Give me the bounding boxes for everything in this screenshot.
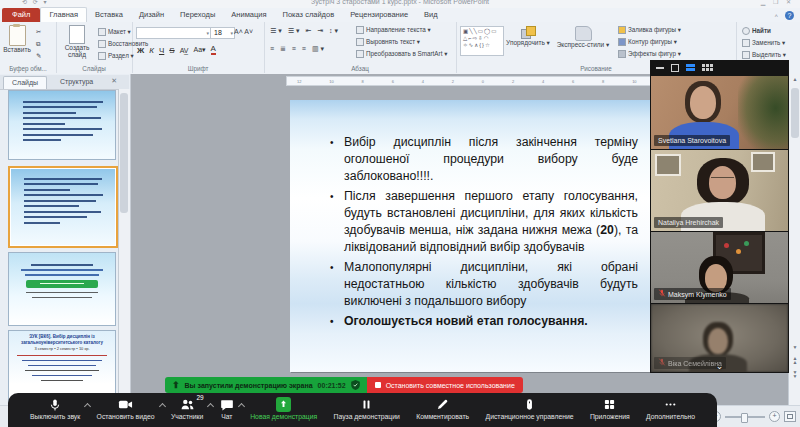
remote-icon — [523, 397, 536, 412]
ribbon-tab-4[interactable]: Дизайн — [131, 8, 172, 22]
toolbar-camera-button[interactable]: Остановить видео — [91, 397, 161, 420]
slide-thumbnail-2-selected[interactable] — [8, 166, 118, 248]
cut-button[interactable]: ✂ — [36, 28, 41, 35]
shapes-gallery[interactable]: ▣╲╲▭◯▭△⌐⇨⇩◠✧∿∧{}☆ — [460, 26, 504, 56]
smartart-button[interactable]: Преобразовать в SmartArt ▾ — [356, 50, 447, 58]
participant-name: Nataliya Hrehirchak — [654, 217, 723, 228]
select-button[interactable]: Выделить ▾ — [742, 51, 786, 59]
ribbon-tab-2[interactable]: Главная — [40, 7, 87, 22]
char-spacing-button[interactable]: AV̲ — [180, 47, 189, 54]
quick-styles-button[interactable]: Экспресс-стили ▾ — [554, 26, 612, 49]
scroll-down-icon[interactable]: ▼ — [789, 344, 800, 350]
toolbar-apps-button[interactable]: Приложения — [584, 397, 636, 420]
ribbon-tab-1[interactable]: Файл — [2, 8, 40, 22]
ribbon-tab-8[interactable]: Рецензирование — [342, 8, 416, 22]
ruler-number: 10 — [632, 79, 636, 84]
change-case-button[interactable]: Aa▾ — [193, 46, 205, 54]
ruler-number: 6 — [572, 79, 574, 84]
italic-button[interactable]: К — [149, 46, 154, 55]
ruler-number: 2 — [452, 79, 454, 84]
tab-outline[interactable]: Структура — [52, 76, 101, 88]
video-tile-1[interactable]: Svetlana Starovoitova — [651, 76, 788, 149]
slide-text: Вибір дисциплін після закінчення терміну… — [290, 100, 656, 330]
toolbar-item-label: Дополнительно — [646, 413, 695, 420]
ribbon-tab-6[interactable]: Анимация — [223, 8, 274, 22]
fit-to-window-button[interactable] — [784, 411, 796, 422]
shape-row-3[interactable]: ✧∿∧{}☆ — [463, 42, 501, 49]
shape-row-2[interactable]: △⌐⇨⇩◠ — [463, 35, 501, 42]
shape-effects-button[interactable]: Эффекты фигур ▾ — [618, 50, 681, 58]
shape-fill-button[interactable]: Заливка фигуры ▾ — [618, 26, 681, 34]
toolbar-chat-button[interactable]: Чат — [214, 397, 240, 420]
scrollbar-thumb[interactable] — [791, 88, 799, 138]
speaker-view-icon[interactable] — [686, 64, 695, 71]
shape-row-1[interactable]: ▣╲╲▭◯▭ — [463, 28, 501, 35]
strikethrough-button[interactable]: S — [169, 46, 174, 55]
ruler-number: 6 — [392, 79, 394, 84]
participants-count-badge: 29 — [196, 394, 203, 401]
find-button[interactable]: Найти — [742, 27, 771, 35]
align-text-button[interactable]: Выровнять текст ▾ — [356, 38, 420, 46]
replace-button[interactable]: Заменить ▾ — [742, 39, 785, 47]
ribbon-tab-3[interactable]: Вставка — [87, 8, 131, 22]
bold-button[interactable]: Ж — [137, 46, 144, 55]
minimize-panel-icon[interactable] — [656, 67, 664, 69]
list-indent-buttons[interactable]: ☰▾ ☰▾ ⇤ ⇥ ↕▾ — [270, 27, 340, 35]
new-slide-button[interactable]: Создать слайд — [60, 25, 94, 58]
share-status: ⬆ Вы запустили демонстрацию экрана 00:21… — [165, 377, 367, 393]
tab-slides[interactable]: Слайды — [3, 76, 47, 89]
chevron-down-icon[interactable]: ⌄ — [716, 362, 724, 371]
toolbar-item-label: Приложения — [590, 413, 630, 420]
font-size-combo[interactable]: 18▾ — [210, 27, 235, 39]
minimize-ribbon-icon[interactable]: ˄ — [774, 13, 778, 19]
zoom-slider-thumb[interactable] — [741, 413, 748, 423]
font-name-combo[interactable]: ▾ — [136, 27, 211, 39]
slide-canvas[interactable]: Вибір дисциплін після закінчення терміну… — [290, 100, 656, 372]
ribbon-tab-9[interactable]: Вид — [416, 8, 446, 22]
window-controls[interactable]: ▁ ❐ ✕ — [761, 0, 794, 5]
font-format-buttons[interactable]: Ж К Ч S AV̲ Aa▾ A — [137, 45, 216, 55]
text-direction-button[interactable]: Направление текста ▾ — [356, 26, 431, 34]
toolbar-pause-button[interactable]: Пауза демонстрации — [328, 397, 406, 420]
toolbar-mic-button[interactable]: Выключить звук — [24, 397, 86, 420]
zoom-in-button[interactable]: + — [769, 411, 780, 422]
underline-button[interactable]: Ч — [159, 46, 164, 55]
shape-outline-button[interactable]: Контур фигуры ▾ — [618, 38, 677, 46]
help-icon[interactable]: ? — [785, 11, 794, 20]
gallery-view-icon[interactable] — [702, 64, 713, 71]
zoom-slider[interactable] — [725, 416, 765, 418]
restore-panel-icon[interactable] — [671, 64, 679, 72]
layout-button[interactable]: Макет ▾ — [98, 28, 131, 36]
font-color-button[interactable]: A — [211, 45, 216, 55]
toolbar-remote-button[interactable]: Дистанционное управление — [480, 397, 580, 420]
video-tile-4[interactable]: Віка Семейлівна⌄ — [651, 304, 788, 372]
scroll-up-icon[interactable]: ▲ — [789, 76, 800, 82]
section-button[interactable]: Раздел ▾ — [98, 52, 134, 60]
ribbon-tab-5[interactable]: Переходы — [172, 8, 223, 22]
arrange-button[interactable]: Упорядочить ▾ — [504, 26, 552, 47]
video-tile-2[interactable]: Nataliya Hrehirchak — [651, 150, 788, 231]
slides-panel-scrollbar[interactable] — [118, 89, 130, 407]
share-icon — [276, 397, 291, 412]
slide-thumbnail-3[interactable] — [8, 252, 116, 326]
ribbon-tab-7[interactable]: Показ слайдов — [275, 8, 343, 22]
toolbar-participants-button[interactable]: 29Участники — [165, 397, 209, 420]
participant-name: Svetlana Starovoitova — [654, 135, 730, 146]
ruler-number: 4 — [542, 79, 544, 84]
close-panel-icon[interactable]: ✕ — [111, 77, 117, 85]
previous-slide-button[interactable]: ▲▲ — [789, 356, 800, 364]
video-tile-3[interactable]: Maksym Klymenko — [651, 232, 788, 303]
format-painter-button[interactable]: ✎ — [36, 52, 41, 59]
slide-thumbnail-1[interactable] — [8, 90, 116, 160]
align-buttons[interactable]: ≡ ≣ ≡ ≡ ▥▾ — [270, 45, 326, 53]
grow-shrink-font-buttons[interactable]: A˄ A˅ — [234, 28, 253, 35]
new-slide-icon — [69, 25, 85, 44]
toolbar-share-button[interactable]: Новая демонстрация — [244, 397, 323, 420]
toolbar-annotate-button[interactable]: Комментировать — [410, 397, 475, 420]
next-slide-button[interactable]: ▼▼ — [789, 370, 800, 378]
copy-button[interactable]: ⧉ — [36, 40, 41, 48]
stop-share-button[interactable]: Остановить совместное использование — [367, 377, 523, 393]
toolbar-more-button[interactable]: Дополнительно — [640, 397, 701, 420]
ppt-vertical-scrollbar[interactable]: ▲ ▼ ▲▲ ▼▼ — [788, 74, 800, 405]
paste-button[interactable]: Вставить — [2, 25, 32, 53]
